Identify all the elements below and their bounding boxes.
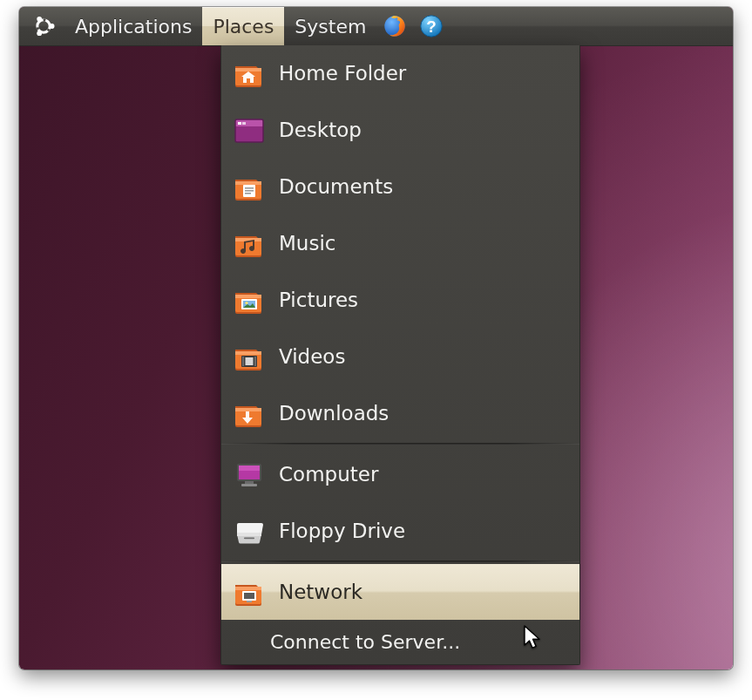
menu-item-videos[interactable]: Videos xyxy=(221,328,579,384)
menu-item-desktop[interactable]: Desktop xyxy=(221,101,579,158)
menu-places[interactable]: Places xyxy=(202,7,284,45)
svg-rect-17 xyxy=(245,190,254,192)
launcher-firefox[interactable] xyxy=(376,7,413,45)
menu-item-connect-to-server[interactable]: Connect to Server... xyxy=(221,620,579,663)
svg-rect-33 xyxy=(245,481,254,484)
svg-rect-36 xyxy=(244,538,254,540)
svg-rect-37 xyxy=(235,587,261,590)
places-menu: Home Folder Desktop xyxy=(220,45,580,665)
top-panel: Applications Places System xyxy=(19,7,733,46)
svg-point-23 xyxy=(245,302,247,304)
menu-item-pictures[interactable]: Pictures xyxy=(221,271,579,328)
svg-rect-8 xyxy=(235,68,261,71)
menu-item-floppy[interactable]: Floppy Drive xyxy=(221,502,579,559)
svg-rect-20 xyxy=(235,295,261,298)
svg-rect-18 xyxy=(245,193,251,194)
svg-rect-24 xyxy=(235,351,261,355)
svg-rect-16 xyxy=(245,187,254,189)
menu-label: System xyxy=(295,16,366,37)
menu-item-label: Network xyxy=(279,581,567,603)
svg-point-3 xyxy=(37,17,42,22)
menu-applications[interactable]: Applications xyxy=(64,7,202,45)
menu-item-label: Documents xyxy=(279,175,567,198)
ubuntu-logo-icon xyxy=(31,14,56,38)
menu-separator xyxy=(221,443,579,445)
launcher-help[interactable]: ? xyxy=(413,7,450,45)
firefox-icon xyxy=(382,13,408,39)
menu-item-computer[interactable]: Computer xyxy=(221,446,579,502)
floppy-drive-icon xyxy=(232,513,267,548)
svg-rect-26 xyxy=(242,357,244,366)
svg-point-2 xyxy=(50,24,55,29)
help-icon: ? xyxy=(418,13,444,39)
svg-rect-27 xyxy=(254,357,256,366)
menu-item-label: Floppy Drive xyxy=(279,520,567,542)
menu-item-documents[interactable]: Documents xyxy=(221,158,579,214)
menu-item-label: Home Folder xyxy=(279,62,567,85)
svg-rect-39 xyxy=(244,593,254,599)
svg-point-4 xyxy=(37,31,42,36)
svg-rect-28 xyxy=(246,357,254,365)
downloads-folder-icon xyxy=(232,396,267,431)
menu-item-label: Pictures xyxy=(279,289,567,311)
svg-rect-11 xyxy=(238,122,241,125)
menu-label: Places xyxy=(213,16,274,37)
menu-item-label: Downloads xyxy=(279,402,567,425)
documents-folder-icon xyxy=(232,169,267,204)
menu-item-label: Computer xyxy=(279,463,567,486)
menu-item-label: Connect to Server... xyxy=(270,631,567,653)
svg-rect-34 xyxy=(241,484,257,486)
svg-rect-40 xyxy=(247,601,252,602)
menu-separator xyxy=(221,561,579,562)
svg-rect-29 xyxy=(235,408,261,411)
svg-rect-14 xyxy=(235,181,261,185)
menu-item-home[interactable]: Home Folder xyxy=(221,45,579,101)
menu-item-label: Videos xyxy=(279,345,567,368)
desktop-screenshot: Applications Places System xyxy=(19,7,733,669)
menu-label: Applications xyxy=(75,16,192,37)
pictures-folder-icon xyxy=(232,282,267,317)
music-folder-icon xyxy=(232,226,267,261)
distributor-logo[interactable] xyxy=(19,7,64,45)
svg-rect-35 xyxy=(237,533,261,536)
menu-item-network[interactable]: Network xyxy=(221,564,579,620)
menu-item-downloads[interactable]: Downloads xyxy=(221,384,579,441)
menu-item-label: Desktop xyxy=(279,119,567,141)
menu-item-label: Music xyxy=(279,232,567,255)
menu-system[interactable]: System xyxy=(284,7,376,45)
videos-folder-icon xyxy=(232,339,267,374)
computer-icon xyxy=(232,457,267,492)
svg-rect-32 xyxy=(239,466,260,471)
desktop-icon xyxy=(232,112,267,147)
svg-text:?: ? xyxy=(427,17,437,36)
menu-item-music[interactable]: Music xyxy=(221,214,579,271)
home-folder-icon xyxy=(232,56,267,91)
network-folder-icon xyxy=(232,574,267,609)
svg-rect-12 xyxy=(242,122,246,125)
